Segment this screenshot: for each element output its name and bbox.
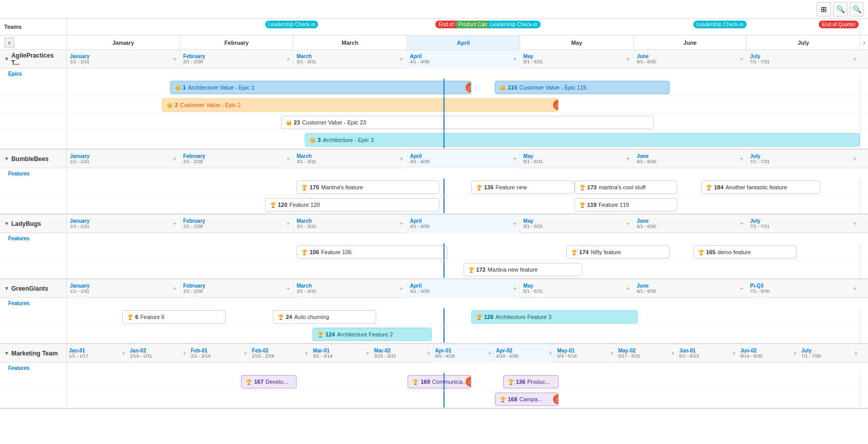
- zoom-out-button[interactable]: 🔍: [849, 2, 864, 16]
- ap-jun-range: 6/1 - 6/30: [637, 59, 656, 64]
- epic-customer-value-2[interactable]: 👑 2 Customer Value - Epic 2 🔗: [162, 98, 559, 112]
- today-line: [444, 79, 445, 96]
- toolbar: ⊞ 🔍 🔍: [0, 0, 868, 19]
- prev-button[interactable]: ‹: [4, 38, 14, 48]
- greengiants-name: GreenGiants: [11, 285, 48, 292]
- month-may: May: [520, 35, 634, 49]
- ladybugs-subtype: Features: [8, 236, 30, 241]
- feature-172[interactable]: 🏆 172 Martina new feature: [464, 263, 582, 276]
- feature-184[interactable]: 🏆 184 Another fantastic feature: [701, 181, 820, 194]
- feature-120[interactable]: 🏆 120 Feature 120: [265, 198, 439, 211]
- next-button[interactable]: ›: [863, 39, 865, 46]
- mkt-feature-row-2: 🏆 168 Campa... 🔗: [0, 390, 868, 408]
- bb-feature-row-1: 🏆 170 Martina's feature 🏆 135 Feature ne…: [0, 179, 868, 196]
- feature-173[interactable]: 🏆 173 martina's cool stuff: [575, 181, 678, 194]
- epic-row-1: 👑 1 Architecture Value - Epic 1 🔗 👑 115 …: [0, 79, 868, 96]
- agilepractices-subtype: Epics: [8, 71, 22, 77]
- epic-architecture-3[interactable]: 👑 3 Architecture - Epic 3: [305, 133, 860, 147]
- ap-feb-range: 2/1 - 2/28: [183, 59, 206, 64]
- ap-apr-range: 4/1 - 4/30: [410, 59, 430, 64]
- ap-mar-range: 3/1 - 3/31: [297, 59, 316, 64]
- bb-feature-row-2: 🏆 120 Feature 120 🏆 119 Feature 119: [0, 196, 868, 214]
- feature-169[interactable]: 🏆 169 Communica... 🔗: [408, 375, 471, 388]
- epic-row-3: 👑 23 Customer Value - Epic 23: [0, 114, 868, 131]
- ap-jul-range: 7/1 - 7/31: [750, 59, 769, 64]
- bb-jan-add[interactable]: +: [173, 155, 177, 163]
- epic-customer-value-23[interactable]: 👑 23 Customer Value - Epic 23: [281, 116, 654, 129]
- ap-may-range: 5/1 - 5/31: [523, 59, 543, 64]
- mkt-feature-row-1: 🏆 167 Develo... 🏆 169 Communica... 🔗 🏆 1…: [0, 373, 868, 390]
- ap-jul-name: July: [750, 54, 769, 59]
- marketing-chevron[interactable]: ▼: [4, 350, 9, 356]
- month-jul: July: [747, 35, 860, 49]
- month-feb: February: [180, 35, 294, 49]
- ap-mar-add[interactable]: +: [400, 56, 403, 63]
- bb-jan: January: [70, 153, 89, 159]
- feature-136[interactable]: 🏆 136 Produc...: [503, 375, 559, 388]
- ap-may-name: May: [523, 54, 543, 59]
- epic-row-2: 👑 2 Customer Value - Epic 2 🔗: [0, 96, 868, 114]
- feature-126[interactable]: 🏆 126 Architecture Feature 3: [471, 310, 638, 324]
- bumblebees-chevron[interactable]: ▼: [4, 156, 9, 162]
- milestone-leadership-checkin-1: Leadership Check-in: [265, 21, 319, 28]
- month-jun: June: [634, 35, 747, 49]
- main-content: ▼ AgilePractices T... January1/1 - 1/31 …: [0, 50, 868, 444]
- link-icon-1[interactable]: 🔗: [466, 82, 471, 93]
- team-marketing: ▼ Marketing Team Jan-011/1 - 1/17+ Jan-0…: [0, 344, 868, 409]
- lb-feature-row-1: 🏆 106 Feature 106 🏆 174 Nifty feature 🏆 …: [0, 243, 868, 261]
- feature-165[interactable]: 🏆 165 demo feature: [693, 245, 797, 259]
- marketing-subtype: Features: [8, 365, 30, 371]
- ap-apr-add[interactable]: +: [513, 56, 516, 63]
- feature-174[interactable]: 🏆 174 Nifty feature: [566, 245, 670, 259]
- agilepractices-name: AgilePractices T...: [11, 52, 62, 66]
- ap-jul-add[interactable]: +: [853, 56, 857, 63]
- feature-124[interactable]: 🏆 124 Architecture Feature 2: [312, 328, 431, 341]
- feature-6[interactable]: 🏆 6 Feature 6: [122, 310, 226, 324]
- zoom-in-button[interactable]: 🔍: [833, 2, 847, 16]
- feature-24[interactable]: 🏆 24 Auto churning: [273, 310, 376, 324]
- month-mar: March: [293, 35, 407, 49]
- greengiants-subtype: Features: [8, 300, 30, 306]
- milestone-leadership-checkin-2: Leadership Check-in: [487, 21, 541, 28]
- ap-jan-name: January: [70, 54, 89, 59]
- link-icon-2[interactable]: 🔗: [553, 100, 559, 110]
- feature-119[interactable]: 🏆 119 Feature 119: [575, 198, 678, 211]
- team-greengiants: ▼ GreenGiants January1/1 - 1/31+ Februar…: [0, 279, 868, 344]
- gg-feature-row-2: 🏆 124 Architecture Feature 2: [0, 326, 868, 343]
- team-bumblebees: ▼ BumbleBees January1/1 - 1/31+ February…: [0, 150, 868, 215]
- ap-jan-add[interactable]: +: [173, 56, 177, 63]
- gg-feature-row-1: 🏆 6 Feature 6 🏆 24 Auto churning 🏆 126 A…: [0, 308, 868, 326]
- lb-feature-row-2: 🏆 172 Martina new feature: [0, 261, 868, 278]
- ap-jan-range: 1/1 - 1/31: [70, 59, 89, 64]
- milestone-end-of-quarter-2: End of Quarter: [819, 21, 859, 28]
- feature-167[interactable]: 🏆 167 Develo...: [241, 375, 297, 388]
- ap-feb-name: February: [183, 54, 206, 59]
- grid-view-button[interactable]: ⊞: [817, 2, 831, 16]
- epic-architecture-value-1[interactable]: 👑 1 Architecture Value - Epic 1 🔗: [170, 81, 471, 94]
- ap-feb-add[interactable]: +: [286, 56, 290, 63]
- marketing-name: Marketing Team: [11, 350, 58, 357]
- ap-apr-name: April: [410, 54, 430, 59]
- feature-170[interactable]: 🏆 170 Martina's feature: [297, 181, 439, 194]
- ap-jun-add[interactable]: +: [740, 56, 743, 63]
- agilepractices-chevron[interactable]: ▼: [4, 56, 9, 62]
- ladybugs-chevron[interactable]: ▼: [4, 221, 9, 226]
- bumblebees-subtype: Features: [8, 171, 30, 176]
- feature-135[interactable]: 🏆 135 Feature new: [471, 181, 575, 194]
- feature-106[interactable]: 🏆 106 Feature 106: [297, 245, 447, 259]
- link-icon-168[interactable]: 🔗: [553, 394, 559, 404]
- epic-customer-value-115[interactable]: 👑 115 Customer Value - Epic 115: [495, 81, 669, 94]
- month-jan: January: [67, 35, 180, 49]
- app-container: ⊞ 🔍 🔍 Teams Leadership Check-in End of Q…: [0, 0, 868, 444]
- milestone-leadership-checkin-3: Leadership Check-in: [693, 21, 747, 28]
- ap-jun-name: June: [637, 54, 656, 59]
- team-agilepractices: ▼ AgilePractices T... January1/1 - 1/31 …: [0, 50, 868, 150]
- greengiants-chevron[interactable]: ▼: [4, 286, 9, 291]
- feature-168[interactable]: 🏆 168 Campa... 🔗: [495, 393, 558, 406]
- ap-mar-name: March: [297, 54, 316, 59]
- ap-may-add[interactable]: +: [626, 56, 630, 63]
- link-icon-169[interactable]: 🔗: [466, 377, 471, 387]
- teams-label: Teams: [4, 24, 22, 30]
- epic-row-4: 👑 3 Architecture - Epic 3: [0, 131, 868, 149]
- ladybugs-name: LadyBugs: [11, 220, 41, 227]
